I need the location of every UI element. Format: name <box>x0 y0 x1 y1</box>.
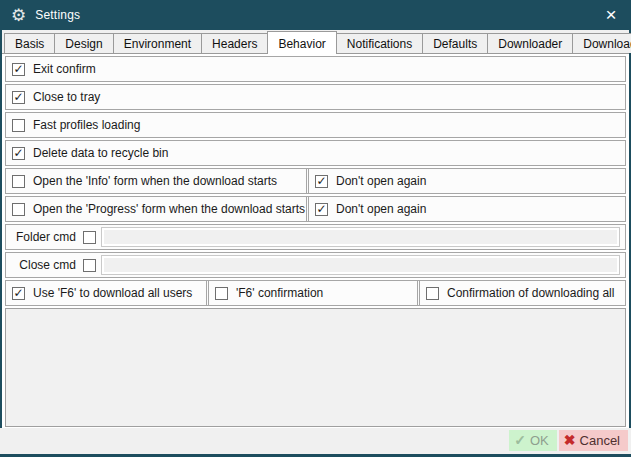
row-f6-options: Use 'F6' to download all users 'F6' conf… <box>5 280 626 306</box>
info-dont-open-label: Don't open again <box>336 174 426 188</box>
ok-button[interactable]: ✓ OK <box>509 430 557 451</box>
use-f6-checkbox[interactable] <box>12 287 25 300</box>
close-icon: × <box>605 4 616 26</box>
titlebar: ⚙ Settings × <box>0 0 631 30</box>
row-folder-cmd: Folder cmd <box>5 224 626 250</box>
open-info-checkbox[interactable] <box>12 175 25 188</box>
tab-environment[interactable]: Environment <box>113 33 202 53</box>
tab-defaults[interactable]: Defaults <box>422 33 488 53</box>
close-cmd-label: Close cmd <box>6 258 76 272</box>
empty-panel <box>5 308 626 427</box>
f6-confirmation-cell: 'F6' confirmation <box>208 281 418 305</box>
row-open-progress: Open the 'Progress' form when the downlo… <box>5 196 626 222</box>
row-close-to-tray: Close to tray <box>5 84 626 110</box>
confirm-all-cell: Confirmation of downloading all <box>419 281 625 305</box>
tab-design[interactable]: Design <box>54 33 113 53</box>
check-icon: ✓ <box>514 432 526 448</box>
fast-profiles-checkbox[interactable] <box>12 119 25 132</box>
row-delete-recycle: Delete data to recycle bin <box>5 140 626 166</box>
folder-cmd-input[interactable] <box>101 227 620 247</box>
open-progress-checkbox[interactable] <box>12 203 25 216</box>
close-cmd-input[interactable] <box>101 255 620 275</box>
open-info-label: Open the 'Info' form when the download s… <box>33 174 277 188</box>
f6-confirmation-label: 'F6' confirmation <box>236 286 323 300</box>
cancel-button[interactable]: ✖ Cancel <box>559 430 628 451</box>
tab-downloading[interactable]: Downloading <box>572 33 631 53</box>
tab-headers[interactable]: Headers <box>201 33 268 53</box>
use-f6-label: Use 'F6' to download all users <box>33 286 192 300</box>
delete-recycle-label: Delete data to recycle bin <box>33 146 168 160</box>
tab-basis[interactable]: Basis <box>4 33 55 53</box>
open-progress-cell: Open the 'Progress' form when the downlo… <box>6 197 307 221</box>
settings-window: ⚙ Settings × Basis Design Environment He… <box>0 0 631 457</box>
close-cmd-checkbox[interactable] <box>83 259 96 272</box>
cancel-button-label: Cancel <box>580 433 620 448</box>
f6-confirmation-checkbox[interactable] <box>215 287 228 300</box>
confirm-all-checkbox[interactable] <box>426 287 439 300</box>
close-to-tray-label: Close to tray <box>33 90 100 104</box>
row-exit-confirm: Exit confirm <box>5 56 626 82</box>
tab-notifications[interactable]: Notifications <box>336 33 423 53</box>
use-f6-cell: Use 'F6' to download all users <box>6 281 207 305</box>
cancel-x-icon: ✖ <box>564 432 576 448</box>
info-dont-open-checkbox[interactable] <box>315 175 328 188</box>
delete-recycle-checkbox[interactable] <box>12 147 25 160</box>
fast-profiles-label: Fast profiles loading <box>33 118 140 132</box>
gear-icon: ⚙ <box>11 7 26 24</box>
progress-dont-open-cell: Don't open again <box>308 197 625 221</box>
row-fast-profiles: Fast profiles loading <box>5 112 626 138</box>
folder-cmd-checkbox[interactable] <box>83 231 96 244</box>
confirm-all-label: Confirmation of downloading all <box>447 286 614 300</box>
info-dont-open-cell: Don't open again <box>308 169 625 193</box>
footer: ✓ OK ✖ Cancel <box>0 428 631 454</box>
open-info-cell: Open the 'Info' form when the download s… <box>6 169 307 193</box>
exit-confirm-checkbox[interactable] <box>12 63 25 76</box>
open-progress-label: Open the 'Progress' form when the downlo… <box>33 202 305 216</box>
tab-bar: Basis Design Environment Headers Behavio… <box>2 30 629 54</box>
tab-behavior[interactable]: Behavior <box>267 31 336 54</box>
row-close-cmd: Close cmd <box>5 252 626 278</box>
progress-dont-open-label: Don't open again <box>336 202 426 216</box>
close-to-tray-checkbox[interactable] <box>12 91 25 104</box>
window-title: Settings <box>35 8 80 22</box>
exit-confirm-label: Exit confirm <box>33 62 96 76</box>
folder-cmd-label: Folder cmd <box>6 230 76 244</box>
row-open-info: Open the 'Info' form when the download s… <box>5 168 626 194</box>
close-button[interactable]: × <box>591 0 631 30</box>
behavior-tab-page: Exit confirm Close to tray Fast profiles… <box>2 54 629 428</box>
ok-button-label: OK <box>530 433 549 448</box>
tab-downloader[interactable]: Downloader <box>487 33 573 53</box>
progress-dont-open-checkbox[interactable] <box>315 203 328 216</box>
